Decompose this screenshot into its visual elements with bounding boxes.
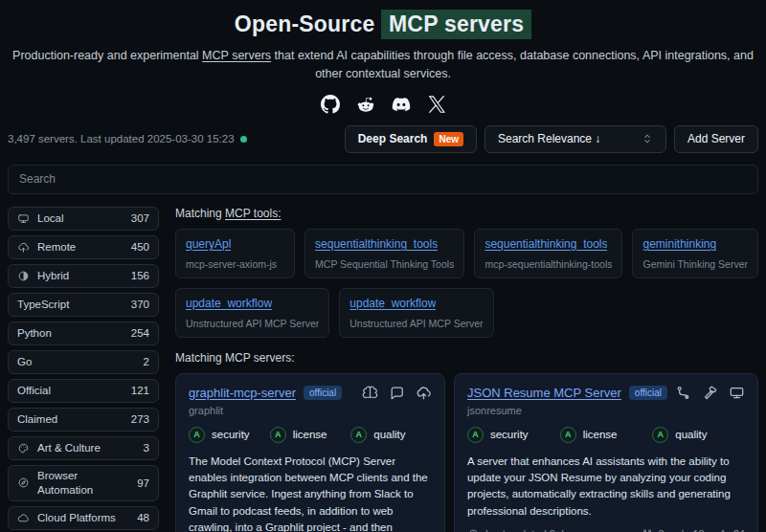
sidebar-item-count: 2 (144, 356, 149, 367)
tools-grid-row-1: queryApl mcp-server-axiom-js sequentialt… (175, 229, 758, 278)
tool-link[interactable]: geminithinking (642, 237, 716, 251)
server-name-link[interactable]: JSON Resume MCP Server (467, 386, 621, 400)
sidebar-item-label: Hybrid (37, 269, 69, 283)
security-rating[interactable]: Asecurity (189, 427, 270, 443)
tool-card: sequentialthinking_tools MCP Sequential … (304, 229, 464, 278)
add-server-button[interactable]: Add Server (674, 125, 758, 153)
palette-icon (17, 442, 30, 454)
rating-label: quality (675, 429, 707, 440)
sidebar-item-art-culture[interactable]: Art & Culture 3 (8, 436, 159, 460)
tool-source: mcp-server-axiom-js (186, 258, 284, 270)
server-capability-icons (362, 385, 432, 401)
license-rating[interactable]: Alicense (560, 427, 653, 443)
tool-card: sequentialthinking_tools mcp-sequentialt… (474, 229, 622, 278)
sidebar-item-count: 273 (131, 413, 149, 425)
servers-section-heading: Matching MCP servers: (175, 351, 758, 365)
downloads-stat: 13 (677, 528, 705, 532)
sidebar-item-label: Remote (37, 240, 76, 255)
server-stats-text: 3,497 servers. Last updated 2025-03-30 1… (8, 133, 235, 144)
discord-icon[interactable] (392, 95, 411, 114)
rating-label: security (212, 429, 250, 440)
server-meta-row: Last updated 9 days ago 3 13 24 (467, 528, 745, 532)
sidebar-item-local[interactable]: Local 307 (8, 207, 159, 231)
chat-bubble-icon[interactable] (389, 385, 405, 401)
page-title-highlight: MCP servers (381, 10, 531, 39)
sidebar-item-go[interactable]: Go 2 (8, 350, 159, 374)
compass-icon (17, 477, 30, 489)
tool-link[interactable]: update_workflow (349, 297, 436, 310)
grade-badge: A (652, 427, 668, 443)
star-icon (717, 528, 729, 532)
deep-search-button[interactable]: Deep Search New (345, 125, 477, 153)
fork-icon (642, 528, 653, 532)
tool-source: Gemini Thinking Server (642, 258, 748, 270)
quality-rating[interactable]: Aquality (350, 427, 432, 443)
forks-stat: 3 (642, 528, 664, 532)
github-icon[interactable] (321, 95, 340, 114)
sidebar-item-label: TypeScript (17, 298, 69, 312)
cloud-upload-icon[interactable] (416, 385, 432, 401)
tools-grid-row-2: update_workflow Unstructured API MCP Ser… (175, 288, 758, 338)
sidebar-item-label: Art & Culture (37, 441, 101, 455)
sidebar-item-cloud-platforms[interactable]: Cloud Platforms 48 (8, 506, 159, 530)
filter-sidebar: Local 307 Remote 450 Hybrid 156 TypeScri… (8, 207, 159, 532)
deep-search-label: Deep Search (358, 132, 428, 145)
rating-label: security (490, 429, 529, 440)
mcp-servers-directory-page: Open-Source MCP servers Production-ready… (0, 0, 766, 532)
sidebar-item-python[interactable]: Python 254 (8, 321, 159, 345)
tool-link[interactable]: sequentialthinking_tools (315, 237, 438, 251)
tool-source: mcp-sequentialthinking-tools (484, 258, 612, 270)
new-badge: New (434, 132, 463, 146)
search-bar (8, 165, 758, 194)
sidebar-item-typescript[interactable]: TypeScript 370 (8, 293, 159, 317)
rating-label: license (583, 429, 618, 440)
brain-icon[interactable] (362, 385, 378, 401)
sidebar-item-official[interactable]: Official 121 (8, 379, 159, 403)
sidebar-item-browser-automation[interactable]: Browser Automation 97 (8, 465, 159, 501)
sidebar-item-hybrid[interactable]: Hybrid 156 (8, 264, 159, 288)
tool-link[interactable]: update_workflow (186, 297, 272, 310)
grade-badge: A (270, 427, 286, 443)
license-rating[interactable]: Alicense (270, 427, 351, 443)
grade-badge: A (467, 427, 484, 443)
stars-stat: 24 (717, 528, 745, 532)
tool-card: queryApl mcp-server-axiom-js (175, 229, 295, 278)
server-stats-group: 3 13 24 (642, 528, 745, 532)
search-input[interactable] (8, 165, 758, 194)
sidebar-item-remote[interactable]: Remote 450 (8, 235, 159, 259)
server-name-link[interactable]: graphlit-mcp-server (189, 386, 296, 400)
computer-icon (17, 212, 30, 225)
tool-card: update_workflow Unstructured API MCP Ser… (339, 288, 493, 338)
server-card-header: graphlit-mcp-server official (189, 385, 432, 401)
route-icon[interactable] (675, 385, 691, 401)
cloud-upload-icon (17, 241, 30, 254)
quality-rating[interactable]: Aquality (652, 427, 745, 443)
server-card-json-resume: JSON Resume MCP Server official jsonresu… (454, 373, 758, 532)
cloud-icon (17, 512, 30, 524)
computer-icon[interactable] (729, 385, 745, 401)
server-description: The Model Context Protocol (MCP) Server … (189, 454, 432, 532)
tool-link[interactable]: queryApl (186, 237, 231, 251)
hammer-icon[interactable] (702, 385, 718, 401)
downloads-count: 13 (693, 528, 705, 532)
sort-select[interactable]: Search Relevance ↓ (484, 125, 666, 153)
server-card-header: JSON Resume MCP Server official (467, 385, 745, 401)
tool-source: Unstructured API MCP Server (349, 318, 483, 329)
social-links (8, 95, 758, 114)
status-dot (240, 136, 247, 143)
x-icon[interactable] (427, 95, 446, 114)
servers-grid: graphlit-mcp-server official graphlit As… (175, 373, 758, 532)
security-rating[interactable]: Asecurity (467, 427, 560, 443)
clock-icon (467, 528, 480, 532)
server-ratings: Asecurity Alicense Aquality (189, 427, 432, 443)
mcp-servers-link[interactable]: MCP servers (202, 49, 271, 62)
tool-link[interactable]: sequentialthinking_tools (484, 237, 607, 251)
sidebar-item-claimed[interactable]: Claimed 273 (8, 408, 159, 432)
reddit-icon[interactable] (356, 95, 375, 114)
download-icon (677, 528, 688, 532)
server-owner: graphlit (189, 405, 432, 416)
sidebar-item-label: Go (17, 355, 32, 369)
grade-badge: A (189, 427, 205, 443)
mcp-tools-link[interactable]: MCP tools: (225, 207, 281, 220)
page-title: Open-Source MCP servers (8, 11, 758, 37)
